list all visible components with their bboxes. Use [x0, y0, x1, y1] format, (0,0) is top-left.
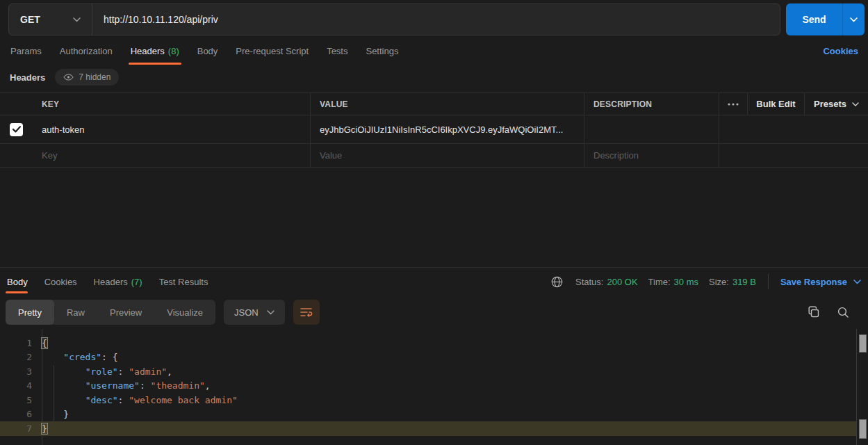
code-token: } — [42, 409, 69, 419]
code-token: , — [167, 366, 172, 377]
response-tab-body[interactable]: Body — [6, 268, 36, 296]
tab-settings[interactable]: Settings — [357, 35, 407, 66]
code-text: "desc": "welcome back admin" — [42, 395, 238, 405]
column-description: DESCRIPTION — [593, 99, 652, 109]
size-value: 319 B — [732, 277, 756, 287]
vertical-scrollbar[interactable] — [856, 329, 868, 445]
line-number: 1 — [0, 338, 42, 348]
tab-label: Settings — [366, 46, 398, 56]
header-value-cell[interactable]: eyJhbGciOiJIUzI1NiIsInR5cCI6IkpXVCJ9.eyJ… — [320, 124, 563, 135]
response-tab-test-results[interactable]: Test Results — [151, 268, 217, 296]
header-row-auth-token: auth-token eyJhbGciOiJIUzI1NiIsInR5cCI6I… — [0, 115, 868, 144]
url-input[interactable]: http://10.10.11.120/api/priv — [92, 4, 780, 35]
tab-headers[interactable]: Headers (8) — [122, 35, 188, 66]
method-selector[interactable]: GET — [9, 4, 92, 35]
scrollbar-thumb[interactable] — [859, 334, 867, 353]
size-label: Size: — [709, 277, 729, 287]
send-label[interactable]: Send — [786, 3, 842, 35]
new-value-input[interactable]: Value — [320, 150, 342, 161]
code-line[interactable]: 5 "desc": "welcome back admin" — [0, 393, 868, 407]
code-line[interactable]: 7} — [0, 421, 868, 436]
format-selector[interactable]: JSON — [224, 300, 285, 325]
response-status-bar: Status: 200 OK Time: 30 ms Size: 319 B S… — [548, 273, 861, 290]
header-enabled-checkbox[interactable] — [10, 123, 23, 136]
chevron-down-icon — [73, 17, 81, 22]
code-token — [42, 380, 85, 391]
header-row-actions — [719, 115, 868, 143]
tab-tests[interactable]: Tests — [318, 35, 357, 66]
save-response-button[interactable]: Save Response — [780, 277, 861, 287]
time-label: Time: — [648, 277, 671, 287]
bulk-edit-button[interactable]: Bulk Edit — [748, 93, 805, 115]
new-description-input[interactable]: Description — [593, 150, 639, 161]
tab-body[interactable]: Body — [188, 35, 227, 66]
tab-label: Pre-request Script — [236, 46, 309, 56]
status-value: 200 OK — [607, 277, 637, 287]
code-token — [42, 366, 85, 377]
format-label: JSON — [234, 307, 259, 318]
tab-label: Body — [7, 277, 28, 287]
tab-label: Test Results — [159, 277, 208, 287]
view-tab-visualize[interactable]: Visualize — [154, 300, 215, 325]
code-text: } — [42, 409, 69, 419]
tab-authorization[interactable]: Authorization — [51, 35, 122, 66]
tab-label: Headers — [94, 277, 128, 287]
tab-label: Tests — [327, 46, 347, 56]
scrollbar-thumb[interactable] — [859, 419, 867, 439]
send-button[interactable]: Send — [786, 3, 865, 35]
hidden-headers-toggle[interactable]: 7 hidden — [55, 69, 119, 86]
view-tab-raw[interactable]: Raw — [54, 300, 97, 325]
tab-label: Authorization — [60, 46, 113, 56]
presets-button[interactable]: Presets — [805, 93, 868, 115]
more-options-icon[interactable] — [719, 93, 748, 115]
view-tab-preview[interactable]: Preview — [97, 300, 154, 325]
tab-label: Cookies — [44, 277, 77, 287]
response-body-viewer[interactable]: 1{2 "creds": {3 "role": "admin",4 "usern… — [0, 329, 868, 445]
presets-label: Presets — [814, 99, 846, 109]
column-key: KEY — [42, 99, 59, 109]
code-line[interactable]: 6 } — [0, 407, 868, 422]
code-line[interactable]: 1{ — [0, 336, 868, 350]
code-text: "username": "theadmin", — [42, 380, 211, 391]
time-value: 30 ms — [674, 277, 698, 287]
code-line[interactable]: 2 "creds": { — [0, 350, 868, 365]
response-tab-headers[interactable]: Headers (7) — [85, 268, 151, 296]
tab-label: Headers — [131, 46, 165, 56]
headers-section-title: Headers — [10, 72, 45, 83]
tab-pre-request-script[interactable]: Pre-request Script — [227, 35, 318, 66]
code-token: : — [118, 366, 129, 377]
wrap-line-button[interactable] — [293, 300, 320, 325]
line-number: 4 — [0, 380, 42, 391]
chevron-down-icon — [850, 17, 858, 22]
tab-label: Body — [197, 46, 218, 56]
code-token: "theadmin" — [151, 380, 205, 391]
response-tab-cookies[interactable]: Cookies — [36, 268, 85, 296]
header-key-cell[interactable]: auth-token — [42, 124, 84, 135]
tab-count: (8) — [168, 46, 179, 56]
view-mode-switcher: Pretty Raw Preview Visualize — [6, 300, 215, 325]
cookies-link[interactable]: Cookies — [823, 46, 858, 56]
code-lines: 1{2 "creds": {3 "role": "admin",4 "usern… — [0, 336, 868, 436]
send-options-button[interactable] — [842, 3, 865, 35]
line-number: 7 — [0, 423, 42, 434]
globe-icon[interactable] — [548, 273, 565, 290]
chevron-down-icon — [852, 102, 859, 106]
code-token: } — [42, 423, 47, 434]
tab-params[interactable]: Params — [1, 35, 51, 66]
wrap-line-icon — [300, 307, 313, 317]
view-tab-pretty[interactable]: Pretty — [6, 300, 54, 325]
chevron-down-icon — [853, 280, 861, 284]
eye-icon — [63, 74, 74, 81]
tab-label: Params — [10, 46, 42, 56]
search-icon[interactable] — [835, 304, 851, 321]
code-text: "role": "admin", — [42, 366, 172, 377]
code-token: "admin" — [129, 366, 167, 377]
code-line[interactable]: 4 "username": "theadmin", — [0, 379, 868, 394]
response-view-toolbar: Pretty Raw Preview Visualize JSON — [0, 296, 868, 329]
code-line[interactable]: 3 "role": "admin", — [0, 364, 868, 379]
request-tabs: Params Authorization Headers (8) Body Pr… — [0, 35, 868, 66]
header-checkbox-column — [0, 93, 33, 115]
divider — [768, 274, 769, 289]
copy-icon[interactable] — [805, 304, 822, 321]
new-key-input[interactable]: Key — [42, 150, 57, 161]
